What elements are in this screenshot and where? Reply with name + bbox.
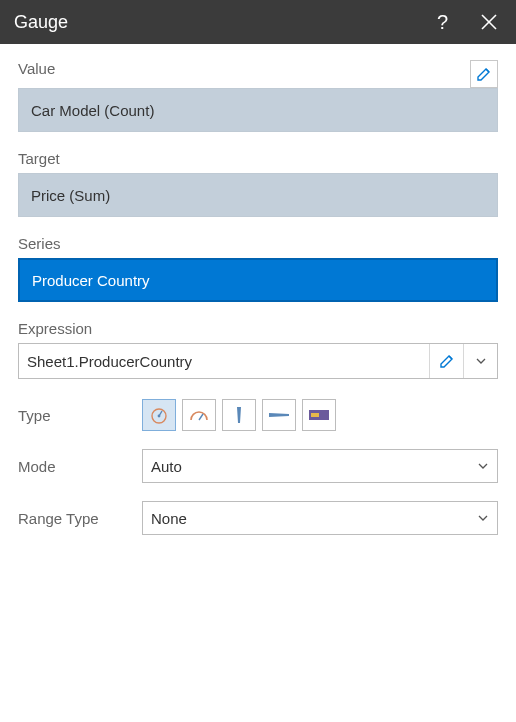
expression-label: Expression: [18, 320, 498, 337]
gauge-linear-vertical-icon: [232, 405, 246, 425]
edit-values-button[interactable]: [470, 60, 498, 88]
gauge-type-circular-half[interactable]: [182, 399, 216, 431]
chevron-down-icon: [477, 512, 489, 524]
type-row: Type: [18, 399, 498, 431]
close-button[interactable]: [476, 9, 502, 35]
gauge-type-linear-vertical[interactable]: [222, 399, 256, 431]
value-field-slot[interactable]: Car Model (Count): [18, 88, 498, 132]
svg-marker-6: [237, 407, 241, 423]
range-type-row: Range Type None: [18, 501, 498, 535]
close-icon: [480, 13, 498, 31]
type-options: [142, 399, 498, 431]
chevron-down-icon: [475, 355, 487, 367]
value-label: Value: [18, 60, 470, 77]
series-field-text: Producer Country: [32, 272, 150, 289]
mode-select-value: Auto: [151, 458, 182, 475]
value-field-text: Car Model (Count): [31, 102, 154, 119]
titlebar-actions: ?: [437, 9, 502, 35]
range-type-label: Range Type: [18, 510, 142, 527]
target-label: Target: [18, 150, 498, 167]
svg-rect-9: [311, 413, 319, 417]
series-label: Series: [18, 235, 498, 252]
expression-dropdown-button[interactable]: [463, 344, 497, 378]
type-label: Type: [18, 407, 142, 424]
gauge-full-circle-icon: [149, 405, 169, 425]
pencil-icon: [439, 353, 455, 369]
range-type-select[interactable]: None: [142, 501, 498, 535]
help-button[interactable]: ?: [437, 11, 448, 34]
svg-marker-7: [269, 413, 289, 417]
mode-select[interactable]: Auto: [142, 449, 498, 483]
titlebar: Gauge ?: [0, 0, 516, 44]
gauge-card-icon: [308, 408, 330, 422]
svg-point-4: [158, 415, 161, 418]
pencil-icon: [476, 66, 492, 82]
gauge-type-linear-horizontal[interactable]: [262, 399, 296, 431]
target-field-text: Price (Sum): [31, 187, 110, 204]
gauge-half-circle-icon: [188, 406, 210, 424]
chevron-down-icon: [477, 460, 489, 472]
expression-row: [18, 343, 498, 379]
mode-row: Mode Auto: [18, 449, 498, 483]
expression-edit-button[interactable]: [429, 344, 463, 378]
mode-label: Mode: [18, 458, 142, 475]
gauge-type-card[interactable]: [302, 399, 336, 431]
range-type-select-value: None: [151, 510, 187, 527]
gauge-type-circular-full[interactable]: [142, 399, 176, 431]
series-field-slot[interactable]: Producer Country: [18, 258, 498, 302]
svg-line-5: [199, 414, 203, 420]
target-field-slot[interactable]: Price (Sum): [18, 173, 498, 217]
gauge-linear-horizontal-icon: [267, 408, 291, 422]
dialog-body: Value Car Model (Count) Target Price (Su…: [0, 44, 516, 571]
dialog-title: Gauge: [14, 12, 68, 33]
expression-input[interactable]: [19, 344, 429, 378]
